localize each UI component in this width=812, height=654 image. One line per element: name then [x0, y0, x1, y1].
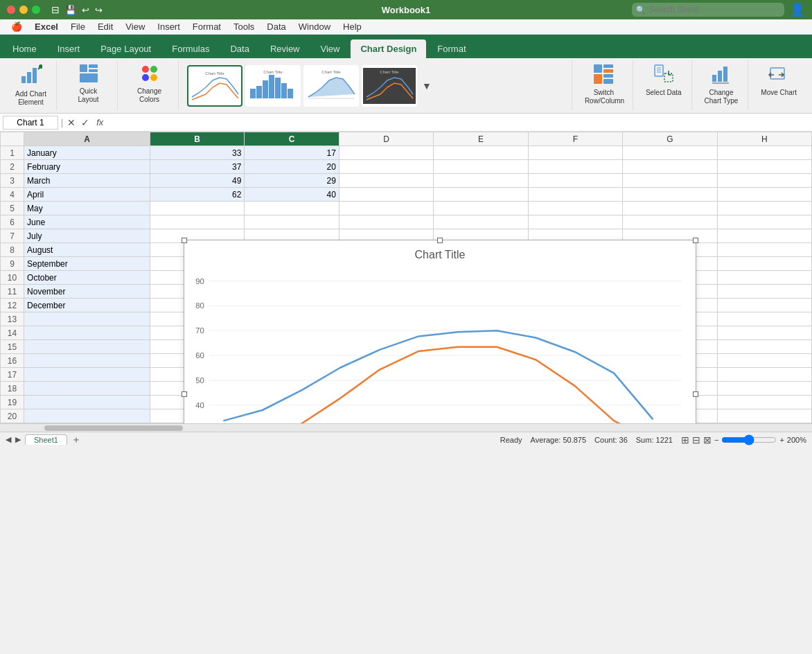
cell-a-10[interactable]: October: [24, 271, 150, 285]
cell-e-4[interactable]: [434, 188, 528, 202]
tab-insert[interactable]: Insert: [48, 39, 90, 58]
name-box[interactable]: [3, 116, 58, 130]
switch-row-column-button[interactable]: SwitchRow/Column: [581, 61, 627, 108]
handle-top-right[interactable]: [693, 238, 698, 243]
cell-d-5[interactable]: [339, 202, 433, 215]
cell-a-11[interactable]: November: [24, 285, 150, 299]
cell-e-1[interactable]: [434, 146, 528, 160]
cell-a-3[interactable]: March: [24, 174, 150, 188]
cell-a-14[interactable]: [24, 326, 150, 340]
normal-view-icon[interactable]: ⊞: [681, 434, 689, 445]
cell-h-6[interactable]: [717, 215, 811, 229]
cancel-icon[interactable]: ✕: [66, 117, 77, 128]
cell-a-1[interactable]: January: [24, 146, 150, 160]
cell-h-8[interactable]: [717, 243, 811, 257]
handle-top[interactable]: [437, 238, 443, 243]
cell-b-3[interactable]: 49: [150, 174, 244, 188]
cell-d-4[interactable]: [339, 188, 433, 202]
cell-h-7[interactable]: [717, 229, 811, 243]
chart-container[interactable]: Chart Title 90 80 70 60 50 40 30 20 10: [184, 240, 696, 423]
redo-icon[interactable]: ↪: [95, 5, 103, 15]
cell-e-2[interactable]: [434, 160, 528, 174]
cell-h-1[interactable]: [717, 146, 811, 160]
cell-h-4[interactable]: [717, 188, 811, 202]
zoom-in-icon[interactable]: +: [779, 436, 784, 444]
maximize-button[interactable]: [32, 6, 40, 14]
cell-h-13[interactable]: [717, 312, 811, 326]
more-chart-styles-button[interactable]: ▼: [420, 65, 434, 107]
cell-a-5[interactable]: May: [24, 202, 150, 215]
scrollbar-thumb[interactable]: [44, 425, 183, 431]
minimize-button[interactable]: [19, 6, 28, 14]
tab-view[interactable]: View: [311, 39, 350, 58]
cell-f-3[interactable]: [528, 174, 622, 188]
cell-h-18[interactable]: [717, 382, 811, 396]
col-header-a[interactable]: A: [24, 132, 150, 146]
page-break-icon[interactable]: ⊠: [703, 434, 712, 445]
handle-right[interactable]: [693, 391, 698, 397]
cell-c-3[interactable]: 29: [245, 174, 339, 188]
chart-style-4[interactable]: Chart Title Chart Title: [362, 65, 417, 107]
horizontal-scrollbar[interactable]: [0, 423, 812, 432]
menu-help[interactable]: Help: [337, 20, 367, 33]
menu-view[interactable]: View: [120, 20, 150, 33]
zoom-slider[interactable]: [721, 437, 777, 443]
cell-b-1[interactable]: 33: [150, 146, 244, 160]
cell-d-3[interactable]: [339, 174, 433, 188]
cell-a-6[interactable]: June: [24, 215, 150, 229]
cell-c-4[interactable]: 40: [245, 188, 339, 202]
formula-input[interactable]: [109, 118, 809, 127]
cell-a-9[interactable]: September: [24, 257, 150, 271]
col-header-e[interactable]: E: [434, 132, 528, 146]
menu-tools[interactable]: Tools: [228, 20, 260, 33]
cell-c-5[interactable]: [245, 202, 339, 215]
cell-f-5[interactable]: [528, 202, 622, 215]
cell-e-3[interactable]: [434, 174, 528, 188]
cell-g-4[interactable]: [623, 188, 717, 202]
col-header-f[interactable]: F: [528, 132, 622, 146]
cell-f-2[interactable]: [528, 160, 622, 174]
cell-h-2[interactable]: [717, 160, 811, 174]
change-colors-button[interactable]: Change Colors: [126, 61, 173, 107]
col-header-b[interactable]: B: [150, 132, 244, 146]
cell-f-4[interactable]: [528, 188, 622, 202]
cell-a-20[interactable]: [24, 409, 150, 423]
undo-icon[interactable]: ↩: [82, 5, 89, 15]
sidebar-toggle-icon[interactable]: ⊟: [51, 4, 60, 15]
zoom-out-icon[interactable]: −: [714, 436, 718, 444]
close-button[interactable]: [7, 6, 15, 14]
cell-h-15[interactable]: [717, 340, 811, 354]
cell-a-19[interactable]: [24, 396, 150, 409]
chart-style-1[interactable]: Chart Title: [187, 65, 242, 107]
menu-file[interactable]: File: [65, 20, 91, 33]
user-icon[interactable]: 👤: [790, 2, 805, 17]
cell-h-16[interactable]: [717, 354, 811, 368]
cell-a-16[interactable]: [24, 354, 150, 368]
cell-c-1[interactable]: 17: [245, 146, 339, 160]
cell-g-6[interactable]: [623, 215, 717, 229]
cell-h-17[interactable]: [717, 368, 811, 382]
cell-h-14[interactable]: [717, 326, 811, 340]
change-chart-type-button[interactable]: ChangeChart Type: [700, 61, 743, 108]
cell-a-15[interactable]: [24, 340, 150, 354]
cell-a-18[interactable]: [24, 382, 150, 396]
col-header-d[interactable]: D: [339, 132, 433, 146]
cell-a-2[interactable]: February: [24, 160, 150, 174]
cell-a-17[interactable]: [24, 368, 150, 382]
menu-window[interactable]: Window: [293, 20, 336, 33]
handle-left[interactable]: [182, 391, 187, 397]
tab-formulas[interactable]: Formulas: [162, 39, 219, 58]
cell-g-5[interactable]: [623, 202, 717, 215]
next-sheet-icon[interactable]: ▶: [15, 435, 21, 444]
quick-layout-button[interactable]: Quick Layout: [65, 61, 112, 107]
menu-edit[interactable]: Edit: [92, 20, 118, 33]
tab-data[interactable]: Data: [220, 39, 258, 58]
page-layout-icon[interactable]: ⊟: [692, 434, 700, 445]
menu-format[interactable]: Format: [187, 20, 227, 33]
select-data-button[interactable]: Select Data: [642, 61, 686, 100]
col-header-c[interactable]: C: [245, 132, 339, 146]
cell-d-6[interactable]: [339, 215, 433, 229]
cell-c-2[interactable]: 20: [245, 160, 339, 174]
cell-f-1[interactable]: [528, 146, 622, 160]
cell-a-4[interactable]: April: [24, 188, 150, 202]
